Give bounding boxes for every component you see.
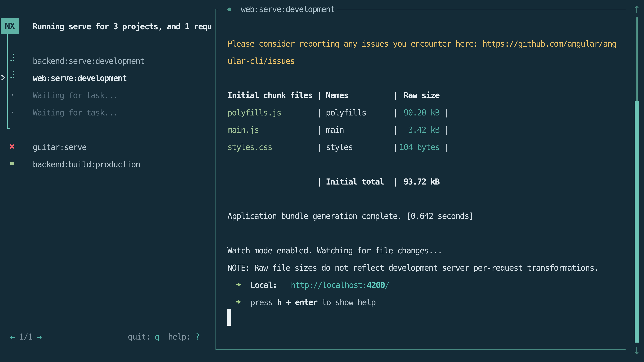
task-tree-line <box>8 34 8 128</box>
table-pipe: | <box>317 138 321 155</box>
table-pipe: | <box>393 103 398 121</box>
spacer <box>282 298 286 307</box>
raw-size-header-text: Raw size <box>397 86 440 105</box>
page-title: Running serve for 3 projects, and 1 requ <box>33 17 212 34</box>
table-pipe: | <box>317 103 321 121</box>
help-label: help: <box>168 332 190 342</box>
pager-prev-icon[interactable]: ← <box>10 332 14 342</box>
pending-dot-icon <box>12 94 13 95</box>
spinner-icon <box>13 71 14 72</box>
table-cell-size: 104 bytes <box>397 138 440 155</box>
help-key[interactable]: ? <box>195 332 200 342</box>
scroll-up-icon[interactable] <box>635 6 639 13</box>
table-cell-file: polyfills.js <box>228 103 281 121</box>
table-total-size: 93.72 kB <box>397 172 440 190</box>
url-prefix: http://localhost: <box>291 280 367 290</box>
panel-title: web:serve:development <box>241 0 335 17</box>
pager-value: 1/1 <box>19 332 32 342</box>
terminal-cursor <box>227 309 231 326</box>
nx-logo: NX <box>1 18 19 34</box>
task-item-success[interactable]: backend:build:production <box>33 155 140 172</box>
url-suffix: / <box>385 280 389 290</box>
help-suffix-text: to show help <box>322 298 376 307</box>
task-item-failed[interactable]: guitar:serve <box>33 138 86 155</box>
scrollbar-track[interactable] <box>636 17 637 101</box>
spacer <box>317 298 322 307</box>
success-square-icon <box>10 162 14 165</box>
spacer <box>190 332 195 342</box>
spacer <box>290 298 295 307</box>
table-pipe: | <box>317 121 321 138</box>
task-item[interactable]: backend:serve:development <box>33 52 144 69</box>
size-value: 104 bytes <box>397 138 440 157</box>
table-pipe: | <box>393 172 398 190</box>
panel-border-bottom <box>216 350 626 350</box>
table-pipe: | <box>317 86 321 103</box>
nx-logo-label: NX <box>5 21 15 31</box>
pending-dot-icon <box>12 112 13 113</box>
task-item-waiting[interactable]: Waiting for task... <box>33 103 118 121</box>
failed-x-icon <box>10 144 14 149</box>
table-pipe: | <box>444 138 448 155</box>
table-cell-name: styles <box>326 138 353 155</box>
table-header-names: Names <box>326 86 348 103</box>
notice-line: ular-cli/issues <box>228 52 294 69</box>
spinner-icon <box>13 54 14 55</box>
table-pipe: | <box>393 121 398 138</box>
help-press-text: press <box>250 298 272 307</box>
table-cell-size: 90.20 kB <box>397 103 440 121</box>
local-label: Local: <box>250 276 277 293</box>
pager: ← 1/1 → <box>10 328 42 345</box>
table-cell-name: main <box>326 121 344 138</box>
total-size-value: 93.72 kB <box>397 172 440 191</box>
spacer <box>150 332 155 342</box>
plus-sign: + <box>286 298 290 307</box>
terminal-screen: NX Running serve for 3 projects, and 1 r… <box>0 0 644 362</box>
message-watch: Watch mode enabled. Watching for file ch… <box>228 241 442 259</box>
key-enter: enter <box>295 298 317 307</box>
task-tree-corner <box>8 128 10 129</box>
key-h: h <box>277 298 282 307</box>
panel-border-top-stub <box>216 9 218 9</box>
quit-label: quit: <box>128 332 150 342</box>
table-pipe: | <box>444 103 448 121</box>
task-item-selected[interactable]: web:serve:development <box>33 69 126 86</box>
spacer <box>14 332 19 342</box>
scrollbar-track[interactable] <box>637 17 638 101</box>
spacer <box>32 332 37 342</box>
spacer <box>272 298 277 307</box>
table-total-label: Initial total <box>326 172 384 190</box>
spacer <box>159 332 168 342</box>
help-hint: press h + enter to show help <box>250 293 376 310</box>
table-cell-size: 3.42 kB <box>397 121 440 138</box>
scrollbar-thumb[interactable] <box>634 101 639 343</box>
size-value: 3.42 kB <box>397 121 440 139</box>
table-pipe: | <box>444 121 448 138</box>
table-pipe: | <box>317 172 321 190</box>
panel-border-left <box>216 9 216 350</box>
panel-border-top <box>337 9 626 9</box>
task-item-waiting[interactable]: Waiting for task... <box>33 86 118 103</box>
selected-caret-icon <box>1 75 5 81</box>
arrow-right-icon <box>236 300 241 304</box>
table-cell-file: styles.css <box>228 138 272 155</box>
message-complete: Application bundle generation complete. … <box>228 207 473 224</box>
keybindings: quit: q help: ? <box>128 328 200 345</box>
size-value: 90.20 kB <box>397 103 440 122</box>
message-note: NOTE: Raw file sizes do not reflect deve… <box>228 259 598 276</box>
table-cell-name: polyfills <box>326 103 366 121</box>
table-pipe: | <box>393 138 398 155</box>
scroll-down-icon[interactable] <box>635 346 639 354</box>
table-pipe: | <box>393 86 398 103</box>
quit-key[interactable]: q <box>155 332 159 342</box>
url-port: 4200 <box>367 280 385 290</box>
table-header-files: Initial chunk files <box>228 86 312 103</box>
pager-next-icon[interactable]: → <box>37 332 42 342</box>
local-url[interactable]: http://localhost:4200/ <box>291 276 389 293</box>
arrow-right-icon <box>236 282 241 287</box>
table-cell-file: main.js <box>228 121 259 138</box>
notice-line: Please consider reporting any issues you… <box>228 34 616 52</box>
running-dot-icon <box>228 7 231 11</box>
table-header-raw-size: Raw size <box>397 86 440 103</box>
